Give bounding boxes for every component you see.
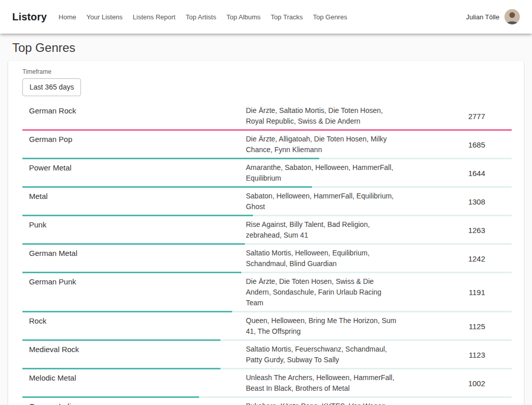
genre-count: 2777 (399, 112, 512, 121)
genre-row: Melodic MetalUnleash The Archers, Hellow… (22, 369, 512, 398)
genre-artists: Die Ärzte, Saltatio Mortis, Die Toten Ho… (246, 105, 399, 127)
genres-table: German RockDie Ärzte, Saltatio Mortis, D… (22, 102, 512, 405)
genre-artists: Saltatio Mortis, Helloween, Equilibrium,… (246, 248, 399, 269)
genre-name: German Punk (22, 276, 246, 287)
genre-row: German IndieBukahara, Käptn Peng, KYTES,… (22, 398, 512, 405)
genre-row: German PopDie Ärzte, Alligatoah, Die Tot… (22, 131, 512, 159)
genre-count: 1242 (399, 254, 512, 263)
genre-row: PunkRise Against, Billy Talent, Bad Reli… (22, 216, 512, 245)
genre-row: MetalSabaton, Helloween, HammerFall, Equ… (22, 188, 512, 216)
nav-item-home[interactable]: Home (54, 10, 81, 24)
genre-artists: Unleash The Archers, Helloween, HammerFa… (246, 372, 399, 394)
page-content: Top Genres Timeframe Last 365 days Germa… (0, 41, 532, 405)
genre-count: 1308 (399, 197, 512, 206)
app-bar: Listory HomeYour ListensListens ReportTo… (0, 0, 532, 34)
genre-name: Power Metal (22, 162, 246, 173)
top-genres-card: Timeframe Last 365 days German RockDie Ä… (8, 61, 524, 405)
genre-name: German Metal (22, 248, 246, 258)
genre-count: 1002 (399, 379, 512, 388)
genre-name: Medieval Rock (22, 344, 246, 355)
genre-count: 1191 (399, 288, 512, 297)
user-menu[interactable]: Julian Tölle (466, 9, 520, 24)
genre-artists: Sabaton, Helloween, HammerFall, Equilibr… (246, 191, 399, 212)
genre-artists: Bukahara, Käptn Peng, KYTES, Von Wegen L… (246, 401, 399, 405)
genre-count: 1263 (399, 226, 512, 235)
genre-name: Metal (22, 191, 246, 201)
timeframe-label: Timeframe (22, 68, 512, 75)
genre-row: Power MetalAmaranthe, Sabaton, Helloween… (22, 159, 512, 188)
genre-name: Punk (22, 219, 246, 230)
timeframe-select[interactable]: Last 365 days (22, 78, 81, 96)
timeframe-control: Timeframe Last 365 days (22, 68, 512, 96)
genre-artists: Queen, Helloween, Bring Me The Horizon, … (246, 315, 399, 337)
nav-item-top-albums[interactable]: Top Albums (222, 10, 265, 24)
genre-count: 1685 (399, 140, 512, 149)
genre-name: German Rock (22, 105, 246, 116)
nav-item-top-genres[interactable]: Top Genres (309, 10, 352, 24)
genre-artists: Die Ärzte, Alligatoah, Die Toten Hosen, … (246, 134, 399, 155)
genre-row: German MetalSaltatio Mortis, Helloween, … (22, 245, 512, 273)
genre-name: Rock (22, 315, 246, 326)
nav-item-top-artists[interactable]: Top Artists (181, 10, 221, 24)
genre-count: 1125 (399, 322, 512, 331)
main-nav: HomeYour ListensListens ReportTop Artist… (54, 10, 352, 24)
genre-name: German Indie (22, 401, 246, 405)
avatar-image (505, 9, 520, 24)
app-logo[interactable]: Listory (12, 11, 47, 23)
page-title: Top Genres (12, 41, 520, 55)
user-name: Julian Tölle (466, 13, 499, 21)
genre-row: German RockDie Ärzte, Saltatio Mortis, D… (22, 102, 512, 131)
genre-artists: Saltatio Mortis, Feuerschwanz, Schandmau… (246, 344, 399, 365)
genre-name: German Pop (22, 134, 246, 144)
genre-artists: Amaranthe, Sabaton, Helloween, HammerFal… (246, 162, 399, 184)
genre-row: German PunkDie Ärzte, Die Toten Hosen, S… (22, 273, 512, 312)
nav-item-listens-report[interactable]: Listens Report (128, 10, 180, 24)
nav-item-your-listens[interactable]: Your Listens (82, 10, 127, 24)
genre-row: Medieval RockSaltatio Mortis, Feuerschwa… (22, 341, 512, 369)
user-avatar[interactable] (505, 9, 520, 24)
genre-row: RockQueen, Helloween, Bring Me The Horiz… (22, 312, 512, 341)
genre-artists: Rise Against, Billy Talent, Bad Religion… (246, 219, 399, 241)
genre-name: Melodic Metal (22, 372, 246, 383)
genre-artists: Die Ärzte, Die Toten Hosen, Swiss & Die … (246, 276, 399, 308)
genre-count: 1123 (399, 351, 512, 359)
nav-item-top-tracks[interactable]: Top Tracks (266, 10, 307, 24)
genre-count: 1644 (399, 169, 512, 178)
